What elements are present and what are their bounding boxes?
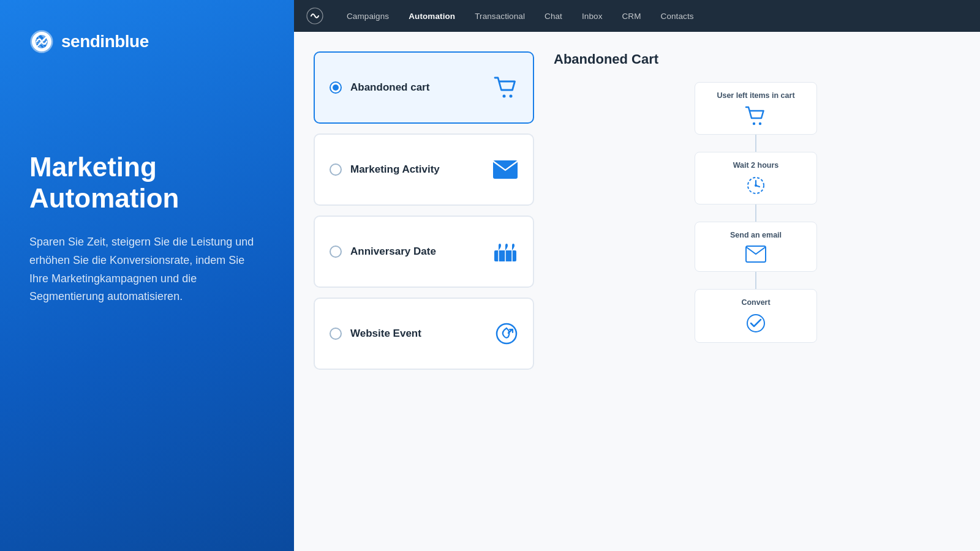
svg-point-9 — [497, 324, 516, 343]
option-website-event[interactable]: Website Event — [314, 298, 534, 370]
option-left-anniversary: Anniversary Date — [330, 246, 436, 258]
detail-panel: Abandoned Cart User left items in cart W… — [551, 51, 960, 536]
svg-point-2 — [503, 95, 506, 98]
flow-card-label-trigger: User left items in cart — [717, 91, 794, 100]
flow-cart-icon — [745, 106, 767, 126]
sidebar: sendinblue MarketingAutomation Sparen Si… — [0, 0, 294, 551]
flow-card-convert: Convert — [695, 289, 817, 343]
flow-connector-3 — [755, 272, 756, 289]
option-left-website: Website Event — [330, 328, 421, 340]
sidebar-description: Sparen Sie Zeit, steigern Sie die Leistu… — [29, 233, 265, 306]
flow-card-label-wait: Wait 2 hours — [733, 161, 779, 170]
nav-chat[interactable]: Chat — [543, 9, 564, 23]
svg-point-15 — [755, 184, 757, 187]
svg-point-11 — [759, 122, 761, 125]
nav-campaigns[interactable]: Campaigns — [345, 9, 390, 23]
option-label-website-event: Website Event — [350, 328, 421, 340]
options-panel: Abandoned cart Marketing Activity — [314, 51, 534, 536]
svg-point-3 — [510, 95, 513, 98]
nav-transactional[interactable]: Transactional — [473, 9, 526, 23]
flow-convert-icon — [745, 313, 766, 334]
nav-inbox[interactable]: Inbox — [581, 9, 604, 23]
svg-point-10 — [753, 122, 755, 125]
content-area: Abandoned cart Marketing Activity — [294, 32, 980, 551]
nav-crm[interactable]: CRM — [620, 9, 642, 23]
svg-point-17 — [747, 315, 764, 332]
radio-website-event[interactable] — [330, 328, 342, 340]
nav-contacts[interactable]: Contacts — [660, 9, 695, 23]
radio-marketing-activity[interactable] — [330, 163, 342, 176]
option-left-marketing: Marketing Activity — [330, 163, 440, 176]
birthday-icon — [492, 241, 518, 263]
navbar-logo-icon — [306, 7, 323, 24]
flow-card-label-convert: Convert — [741, 298, 770, 307]
nav-automation[interactable]: Automation — [407, 9, 456, 23]
sidebar-heading: MarketingAutomation — [29, 152, 265, 214]
flow-card-trigger: User left items in cart — [695, 82, 817, 135]
sendinblue-logo-icon — [29, 29, 54, 54]
flow-connector-2 — [755, 204, 756, 222]
flow-card-wait: Wait 2 hours — [695, 152, 817, 204]
logo-text: sendinblue — [61, 32, 149, 51]
web-event-icon — [495, 322, 518, 345]
option-anniversary-date[interactable]: Anniversary Date — [314, 216, 534, 288]
flow-container: User left items in cart Wait 2 hours — [551, 82, 960, 343]
option-left: Abandoned cart — [330, 81, 429, 94]
option-abandoned-cart[interactable]: Abandoned cart — [314, 51, 534, 124]
flow-email-icon — [745, 246, 766, 263]
flow-card-email: Send an email — [695, 222, 817, 272]
flow-card-label-email: Send an email — [730, 231, 782, 239]
option-label-anniversary-date: Anniversary Date — [350, 246, 436, 258]
main-panel: Campaigns Automation Transactional Chat … — [294, 0, 980, 551]
radio-abandoned-cart[interactable] — [330, 81, 342, 94]
navbar: Campaigns Automation Transactional Chat … — [294, 0, 980, 32]
radio-anniversary-date[interactable] — [330, 246, 342, 258]
email-icon — [492, 160, 518, 179]
cart-icon — [494, 77, 518, 99]
option-label-marketing-activity: Marketing Activity — [350, 163, 440, 176]
flow-connector-1 — [755, 135, 756, 152]
logo-area: sendinblue — [29, 29, 265, 54]
flow-wait-icon — [746, 176, 766, 195]
option-label-abandoned-cart: Abandoned cart — [350, 81, 429, 94]
detail-title: Abandoned Cart — [551, 51, 960, 67]
option-marketing-activity[interactable]: Marketing Activity — [314, 133, 534, 206]
